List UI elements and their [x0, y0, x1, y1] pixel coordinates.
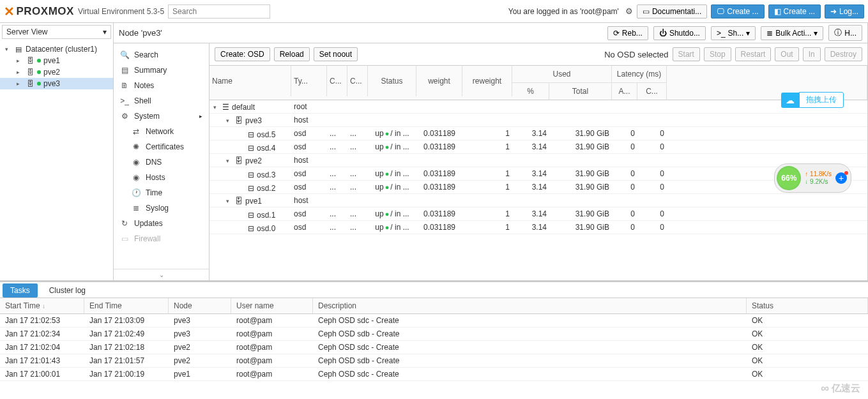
col-status[interactable]: Status: [747, 298, 868, 313]
toggle-icon[interactable]: ▸: [17, 57, 23, 64]
reload-button[interactable]: Reload: [274, 47, 310, 61]
gear-icon[interactable]: ⚙: [625, 6, 633, 16]
submenu-network[interactable]: ⇄ Network: [114, 124, 209, 139]
host-icon: 🗄: [235, 116, 243, 125]
help-button[interactable]: ⓘH...: [828, 25, 862, 41]
upload-widget[interactable]: ☁ 拖拽上传: [781, 92, 844, 108]
col-used[interactable]: Used: [512, 66, 612, 83]
submenu-summary[interactable]: ▤ Summary: [114, 63, 209, 78]
submenu-firewall[interactable]: ▭ Firewall: [114, 231, 209, 246]
col-end-time[interactable]: End Time: [84, 298, 169, 313]
log-row[interactable]: Jan 17 21:02:34 Jan 17 21:02:49 pve3 roo…: [0, 327, 868, 341]
col-type[interactable]: Ty...: [291, 66, 327, 96]
submenu-shell[interactable]: >_ Shell: [114, 93, 209, 109]
osd-row[interactable]: ⊟ osd.1 osd ... ... up ● / in ... 0.0311…: [209, 207, 867, 221]
submenu-notes[interactable]: 🗎 Notes: [114, 78, 209, 93]
toggle-icon[interactable]: ▸: [17, 69, 23, 75]
chevron-down-icon: ⌄: [159, 271, 164, 278]
log-row[interactable]: Jan 17 21:02:53 Jan 17 21:03:09 pve3 roo…: [0, 314, 868, 327]
out-button: Out: [775, 47, 798, 61]
submenu-syslog[interactable]: ≣ Syslog: [114, 200, 209, 216]
col-weight[interactable]: weight: [416, 66, 462, 96]
tab-cluster-log[interactable]: Cluster log: [42, 283, 93, 297]
server-icon: 🗄: [26, 57, 34, 64]
col-latency[interactable]: Latency (ms): [612, 66, 667, 83]
up-icon: ●: [385, 143, 390, 151]
speed-up: ↑ 11.8K/s: [805, 170, 832, 178]
create-ct-button[interactable]: ◧Create ...: [768, 4, 821, 19]
col-node[interactable]: Node: [169, 298, 231, 313]
submenu-expand[interactable]: ⌄: [114, 269, 209, 280]
reboot-button[interactable]: ⟳Reb...: [607, 26, 648, 40]
col-a[interactable]: A...: [612, 83, 637, 100]
submenu-hosts[interactable]: ◉ Hosts: [114, 170, 209, 185]
log-start: Jan 17 21:02:04: [0, 341, 84, 354]
shell-icon: >_: [120, 96, 129, 105]
log-row[interactable]: Jan 17 21:00:01 Jan 17 21:00:19 pve1 roo…: [0, 368, 868, 381]
col-pct[interactable]: %: [512, 83, 549, 100]
submenu-search[interactable]: 🔍 Search: [114, 47, 209, 63]
osd-row[interactable]: ▾🗄 pve2 host: [209, 154, 867, 167]
tree-node-pve1[interactable]: ▸ 🗄 pve1: [0, 55, 113, 66]
disk-icon: ⊟: [248, 184, 254, 193]
plus-icon[interactable]: +: [835, 172, 847, 184]
osd-row[interactable]: ⊟ osd.5 osd ... ... up ● / in ... 0.0311…: [209, 127, 867, 140]
osd-row[interactable]: ▾🗄 pve3 host: [209, 114, 867, 127]
view-selector[interactable]: Server View▾: [2, 25, 111, 39]
network-icon: ⇄: [132, 127, 141, 136]
osd-row[interactable]: ▾☰ default root: [209, 100, 867, 114]
certificates-icon: ✺: [132, 142, 141, 151]
create-osd-button[interactable]: Create: OSD: [215, 47, 270, 61]
col-user[interactable]: User name: [231, 298, 313, 313]
log-row[interactable]: Jan 17 21:01:43 Jan 17 21:01:57 pve2 roo…: [0, 354, 868, 368]
col-c1[interactable]: C...: [327, 66, 347, 96]
create-vm-button[interactable]: 🖵Create ...: [711, 4, 764, 19]
col-start-time[interactable]: Start Time ↓: [0, 298, 84, 313]
expand-icon[interactable]: ▾: [226, 198, 232, 204]
submenu-system[interactable]: ⚙ System▸: [114, 109, 209, 124]
up-icon: ●: [385, 130, 390, 137]
log-row[interactable]: Jan 17 21:02:04 Jan 17 21:02:18 pve2 roo…: [0, 341, 868, 354]
submenu-time[interactable]: 🕐 Time: [114, 185, 209, 200]
docs-button[interactable]: ▭Documentati...: [637, 4, 707, 19]
osd-row[interactable]: ⊟ osd.4 osd ... ... up ● / in ... 0.0311…: [209, 140, 867, 154]
tree-node-pve2[interactable]: ▸ 🗄 pve2: [0, 66, 113, 78]
col-status[interactable]: Status: [368, 66, 416, 96]
expand-icon[interactable]: ▾: [226, 158, 232, 164]
status-dot-icon: [37, 70, 41, 74]
submenu-updates[interactable]: ↻ Updates: [114, 216, 209, 231]
help-icon: ⓘ: [834, 27, 842, 38]
submenu-label: Shell: [134, 96, 151, 105]
set-noout-button[interactable]: Set noout: [314, 47, 358, 61]
col-reweight[interactable]: reweight: [462, 66, 512, 96]
col-c2[interactable]: C...: [347, 66, 368, 96]
col-cl[interactable]: C...: [637, 83, 667, 100]
osd-row[interactable]: ▾🗄 pve1 host: [209, 194, 867, 207]
toggle-icon[interactable]: ▸: [17, 80, 23, 87]
expand-icon[interactable]: ▾: [213, 104, 220, 110]
root-icon: ☰: [222, 103, 229, 112]
tab-tasks[interactable]: Tasks: [3, 283, 38, 297]
submenu-certificates[interactable]: ✺ Certificates: [114, 139, 209, 154]
logout-button[interactable]: ➜Log...: [825, 4, 864, 19]
speed-widget[interactable]: 66% ↑ 11.8K/s ↓ 9.2K/s +: [774, 163, 851, 193]
bulk-actions-button[interactable]: ≣Bulk Acti... ▾: [761, 26, 823, 40]
osd-row[interactable]: ⊟ osd.2 osd ... ... up ● / in ... 0.0311…: [209, 181, 867, 194]
shutdown-button[interactable]: ⏻Shutdo...: [653, 26, 706, 40]
submenu-label: Hosts: [146, 173, 165, 182]
expand-icon[interactable]: ▾: [226, 117, 232, 124]
col-total[interactable]: Total: [549, 83, 612, 100]
osd-row[interactable]: ⊟ osd.0 osd ... ... up ● / in ... 0.0311…: [209, 221, 867, 234]
shell-button[interactable]: >_Sh... ▾: [711, 26, 756, 40]
log-end: Jan 17 21:03:09: [84, 314, 169, 327]
watermark: ∞ 亿速云: [821, 382, 860, 395]
tree-datacenter[interactable]: ▾ ▤ Datacenter (cluster1): [0, 43, 113, 55]
col-name[interactable]: Name: [209, 66, 291, 96]
osd-toolbar: Create: OSD Reload Set noout No OSD sele…: [209, 43, 867, 66]
submenu-dns[interactable]: ◉ DNS: [114, 154, 209, 170]
collapse-icon[interactable]: ▾: [5, 46, 11, 52]
tree-node-pve3[interactable]: ▸ 🗄 pve3: [0, 78, 113, 89]
osd-row[interactable]: ⊟ osd.3 osd ... ... up ● / in ... 0.0311…: [209, 167, 867, 181]
col-desc[interactable]: Description: [313, 298, 747, 313]
global-search-input[interactable]: [168, 4, 270, 19]
